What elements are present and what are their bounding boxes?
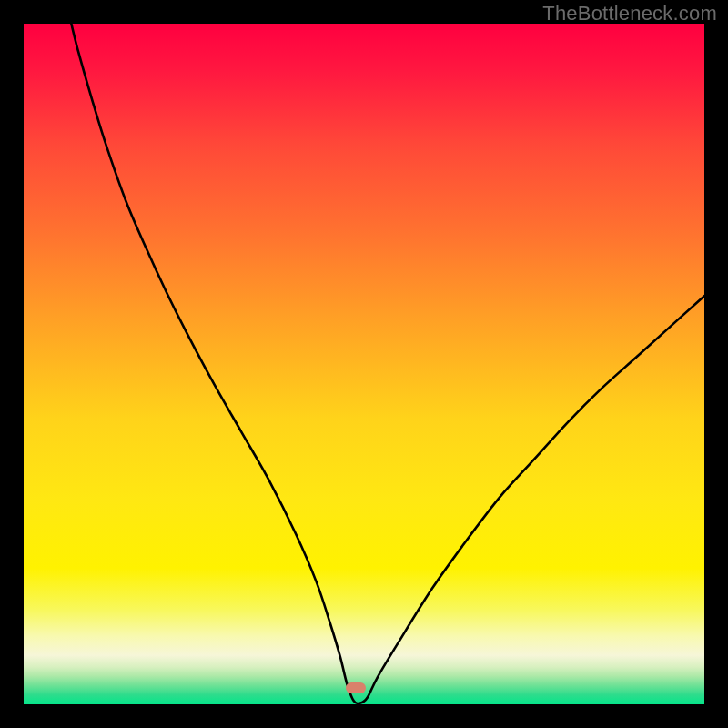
bottleneck-curve: [24, 24, 704, 704]
watermark-text: TheBottleneck.com: [542, 2, 717, 25]
optimal-point-marker: [346, 682, 366, 693]
chart-frame: TheBottleneck.com: [0, 0, 728, 728]
plot-area: [24, 24, 704, 704]
